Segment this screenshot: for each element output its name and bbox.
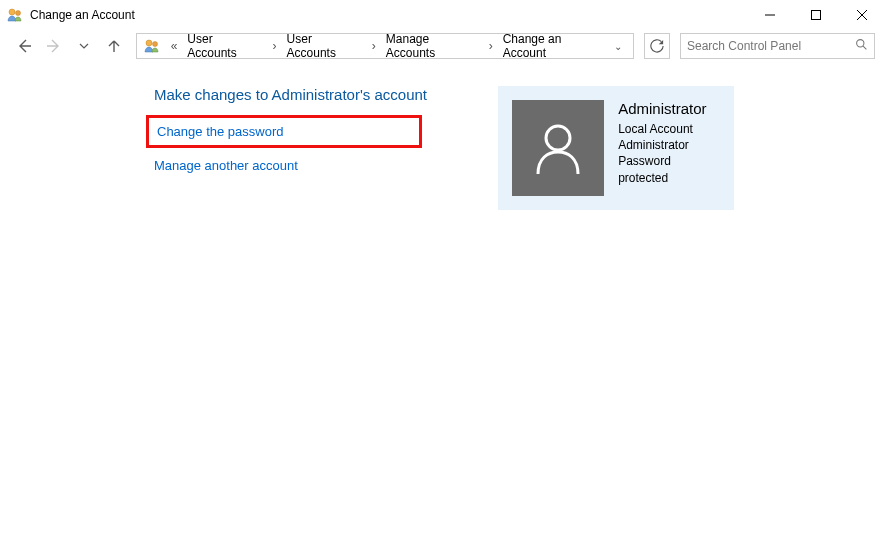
account-info: Administrator Local Account Administrato… [618,100,720,186]
user-accounts-icon [143,37,161,55]
search-input[interactable] [687,39,851,53]
minimize-button[interactable] [747,0,793,30]
svg-point-0 [9,9,15,15]
address-bar[interactable]: « User Accounts › User Accounts › Manage… [136,33,634,59]
address-dropdown-icon[interactable]: ⌄ [609,41,627,52]
svg-line-9 [863,46,866,49]
change-password-link[interactable]: Change the password [146,115,422,148]
search-box[interactable] [680,33,875,59]
breadcrumb-item[interactable]: User Accounts › [283,32,382,60]
recent-locations-button[interactable] [72,34,96,58]
manage-another-account-link[interactable]: Manage another account [154,154,298,177]
search-icon[interactable] [855,38,868,54]
window-title: Change an Account [30,8,747,22]
account-column: Administrator Local Account Administrato… [498,86,734,210]
title-bar: Change an Account [0,0,885,30]
navigation-bar: « User Accounts › User Accounts › Manage… [0,30,885,62]
account-type-label: Local Account [618,121,720,137]
svg-point-1 [16,11,21,16]
page-heading: Make changes to Administrator's account [154,86,494,103]
breadcrumb-label: User Accounts [183,32,266,60]
forward-button[interactable] [42,34,66,58]
chevron-right-icon[interactable]: › [267,39,283,53]
breadcrumb-prefix: « [165,39,184,53]
account-role-label: Administrator [618,137,720,153]
chevron-right-icon[interactable]: › [483,39,499,53]
up-button[interactable] [102,34,126,58]
svg-rect-3 [812,11,821,20]
breadcrumb-label: Change an Account [499,32,609,60]
breadcrumb-label: Manage Accounts [382,32,483,60]
maximize-button[interactable] [793,0,839,30]
breadcrumb-item[interactable]: Change an Account [499,32,609,60]
avatar [512,100,604,196]
breadcrumb-item[interactable]: Manage Accounts › [382,32,499,60]
svg-point-10 [546,126,570,150]
breadcrumb-label: User Accounts [283,32,366,60]
svg-point-8 [857,40,864,47]
breadcrumb-item[interactable]: User Accounts › [183,32,282,60]
account-name: Administrator [618,100,720,117]
svg-point-7 [152,42,157,47]
chevron-right-icon[interactable]: › [366,39,382,53]
window-controls [747,0,885,30]
content-area: Make changes to Administrator's account … [0,62,885,210]
account-card: Administrator Local Account Administrato… [498,86,734,210]
close-button[interactable] [839,0,885,30]
actions-column: Make changes to Administrator's account … [154,86,494,210]
account-status-label: Password protected [618,153,720,185]
back-button[interactable] [12,34,36,58]
user-accounts-icon [6,6,24,24]
refresh-button[interactable] [644,33,670,59]
svg-point-6 [146,40,152,46]
